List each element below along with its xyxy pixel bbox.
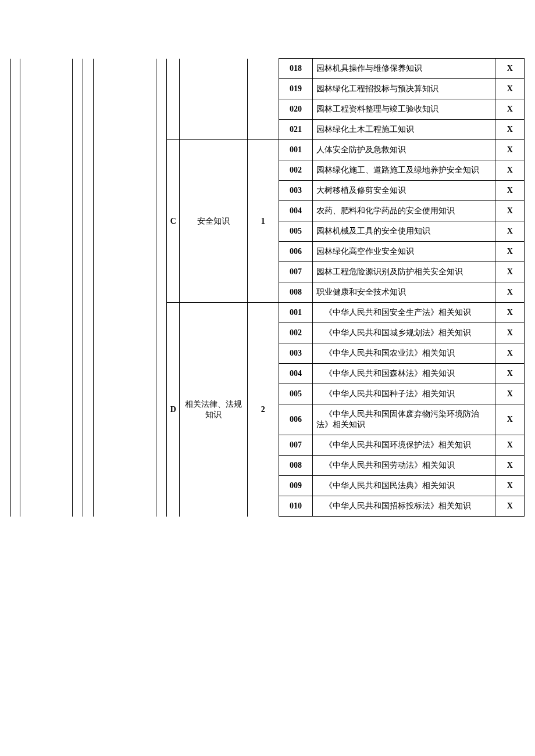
item-mark: X [495,99,525,120]
item-description: 《中华人民共和国招标投标法》相关知识 [313,496,495,517]
item-mark: X [495,384,525,404]
item-description: 园林工程危险源识别及防护相关安全知识 [313,262,495,282]
item-description: 农药、肥料和化学药品的安全使用知识 [313,201,495,221]
item-mark: X [495,120,525,140]
group-name: 安全知识 [180,140,248,303]
group-letter: D [166,303,179,517]
group-number: 1 [247,140,279,303]
leading-cell [93,59,156,517]
item-code: 008 [279,456,312,476]
group-letter: C [166,140,179,303]
item-code: 003 [279,343,312,364]
item-mark: X [495,404,525,435]
item-description: 《中华人民共和国种子法》相关知识 [313,384,495,404]
group-number [247,59,279,140]
item-mark: X [495,221,525,242]
item-code: 020 [279,99,312,120]
leading-cell [20,59,73,517]
item-code: 002 [279,323,312,343]
item-description: 《中华人民共和国环境保护法》相关知识 [313,435,495,456]
leading-cell [11,59,20,517]
item-code: 019 [279,79,312,99]
item-code: 007 [279,262,312,282]
item-mark: X [495,140,525,160]
item-description: 《中华人民共和国劳动法》相关知识 [313,456,495,476]
group-name: 相关法律、法规知识 [180,303,248,517]
item-description: 园林绿化土木工程施工知识 [313,120,495,140]
item-code: 008 [279,282,312,303]
group-number: 2 [247,303,279,517]
leading-cell [72,59,83,517]
leading-cell [83,59,93,517]
item-mark: X [495,476,525,496]
item-description: 园林绿化工程招投标与预决算知识 [313,79,495,99]
item-description: 园林机械及工具的安全使用知识 [313,221,495,242]
item-description: 《中华人民共和国固体废弃物污染环境防治法》相关知识 [313,404,495,435]
item-code: 009 [279,476,312,496]
item-code: 006 [279,404,312,435]
item-mark: X [495,201,525,221]
item-mark: X [495,364,525,384]
item-description: 大树移植及修剪安全知识 [313,181,495,201]
item-description: 园林绿化高空作业安全知识 [313,242,495,262]
item-code: 001 [279,140,312,160]
item-description: 《中华人民共和国农业法》相关知识 [313,343,495,364]
item-mark: X [495,282,525,303]
item-code: 006 [279,242,312,262]
item-description: 《中华人民共和国民法典》相关知识 [313,476,495,496]
item-code: 001 [279,303,312,323]
item-description: 《中华人民共和国城乡规划法》相关知识 [313,323,495,343]
group-name [180,59,248,140]
item-description: 《中华人民共和国安全生产法》相关知识 [313,303,495,323]
item-code: 002 [279,160,312,181]
data-table: 018园林机具操作与维修保养知识X019园林绿化工程招投标与预决算知识X020园… [10,58,525,517]
leading-cell [156,59,166,517]
item-code: 021 [279,120,312,140]
item-mark: X [495,59,525,79]
item-description: 园林绿化施工、道路施工及绿地养护安全知识 [313,160,495,181]
group-letter [166,59,179,140]
item-mark: X [495,181,525,201]
item-mark: X [495,456,525,476]
item-mark: X [495,303,525,323]
item-code: 005 [279,221,312,242]
item-description: 职业健康和安全技术知识 [313,282,495,303]
item-mark: X [495,242,525,262]
item-mark: X [495,343,525,364]
item-mark: X [495,160,525,181]
item-code: 004 [279,364,312,384]
item-code: 003 [279,181,312,201]
item-code: 010 [279,496,312,517]
item-description: 人体安全防护及急救知识 [313,140,495,160]
item-description: 园林机具操作与维修保养知识 [313,59,495,79]
table-row: 018园林机具操作与维修保养知识X [11,59,525,79]
item-mark: X [495,496,525,517]
item-code: 018 [279,59,312,79]
item-mark: X [495,79,525,99]
item-code: 005 [279,384,312,404]
item-mark: X [495,435,525,456]
item-code: 007 [279,435,312,456]
item-description: 园林工程资料整理与竣工验收知识 [313,99,495,120]
item-mark: X [495,262,525,282]
item-mark: X [495,323,525,343]
item-code: 004 [279,201,312,221]
item-description: 《中华人民共和国森林法》相关知识 [313,364,495,384]
